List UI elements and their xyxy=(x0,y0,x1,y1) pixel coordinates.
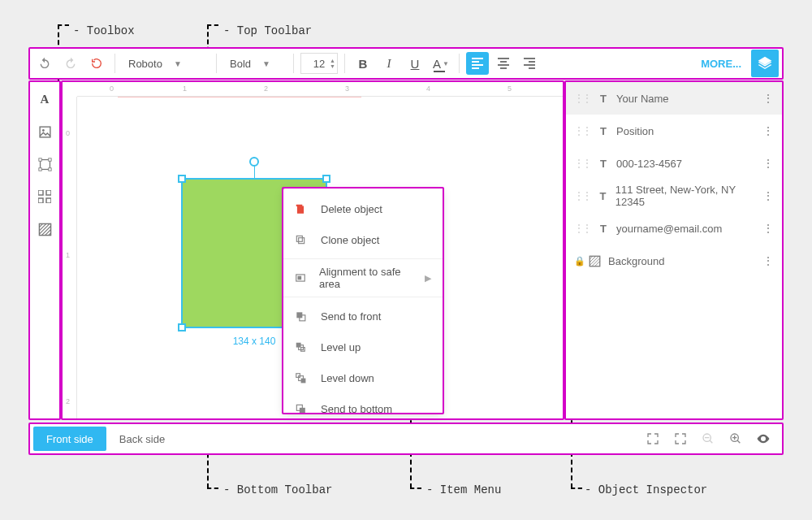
zoom-out-button[interactable] xyxy=(701,431,715,446)
drag-handle-icon[interactable]: ⋮⋮ xyxy=(574,223,590,234)
italic-button[interactable]: I xyxy=(378,52,400,75)
svg-rect-13 xyxy=(296,236,302,241)
text-color-button[interactable]: A▼ xyxy=(430,52,452,75)
type-text-icon: T xyxy=(597,158,610,170)
svg-rect-10 xyxy=(46,198,51,203)
annotation-top-toolbar: Top Toolbar xyxy=(223,24,312,37)
qr-tool[interactable] xyxy=(36,188,54,206)
annotation-bottom-toolbar: Bottom Toolbar xyxy=(223,483,332,496)
delete-icon xyxy=(295,203,309,214)
tab-front-side[interactable]: Front side xyxy=(33,427,106,451)
menu-delete-object[interactable]: Delete object xyxy=(283,193,443,224)
guide-line xyxy=(118,97,361,98)
menu-label: Alignment to safe area xyxy=(319,266,413,290)
svg-rect-3 xyxy=(38,158,41,160)
resize-handle-bl[interactable] xyxy=(178,323,186,332)
svg-rect-9 xyxy=(38,198,43,203)
inspector-item-label: 111 Street, New-York, NY 12345 xyxy=(615,184,756,208)
type-text-icon: T xyxy=(597,223,610,235)
inspector-row[interactable]: 🔒 Background ⋮ xyxy=(566,245,782,277)
font-size-input[interactable]: 12▲▼ xyxy=(300,53,338,74)
inspector-item-label: 000-123-4567 xyxy=(616,158,682,170)
font-weight-dropdown[interactable]: Bold▼ xyxy=(223,52,287,75)
item-more-button[interactable]: ⋮ xyxy=(762,254,774,267)
lock-icon: 🔒 xyxy=(574,256,582,266)
menu-clone-object[interactable]: Clone object xyxy=(283,224,443,255)
svg-rect-7 xyxy=(38,190,43,195)
svg-rect-6 xyxy=(48,167,50,170)
type-text-icon: T xyxy=(597,93,610,105)
background-tool[interactable] xyxy=(36,220,54,238)
inspector-row[interactable]: ⋮⋮ T yourname@email.com ⋮ xyxy=(566,212,782,245)
type-image-icon xyxy=(589,255,602,267)
menu-label: Send to front xyxy=(321,310,381,323)
zoom-in-button[interactable] xyxy=(728,431,743,446)
svg-rect-5 xyxy=(38,167,41,170)
inspector-row[interactable]: ⋮⋮ T Your Name ⋮ xyxy=(566,82,782,115)
undo-button[interactable] xyxy=(33,52,56,75)
menu-send-to-front[interactable]: Send to front xyxy=(283,301,443,332)
annotation-object-inspector: Object Inspector xyxy=(585,483,707,496)
drag-handle-icon[interactable]: ⋮⋮ xyxy=(574,125,590,136)
front-icon xyxy=(295,310,309,322)
item-more-button[interactable]: ⋮ xyxy=(762,222,774,235)
bottom-icon xyxy=(295,403,309,414)
annotation-item-menu: Item Menu xyxy=(426,483,501,496)
inspector-row[interactable]: ⋮⋮ T Position ⋮ xyxy=(566,115,782,147)
annotation-toolbox: Toolbox xyxy=(73,24,135,37)
svg-rect-25 xyxy=(300,408,305,414)
item-more-button[interactable]: ⋮ xyxy=(762,92,774,105)
svg-rect-23 xyxy=(301,379,306,384)
resize-handle-tr[interactable] xyxy=(322,175,330,183)
align-center-button[interactable] xyxy=(492,52,515,75)
svg-rect-15 xyxy=(298,276,302,280)
inspector-row[interactable]: ⋮⋮ T 000-123-4567 ⋮ xyxy=(566,147,782,180)
item-more-button[interactable]: ⋮ xyxy=(762,124,774,137)
align-right-button[interactable] xyxy=(518,52,541,75)
align-left-button[interactable] xyxy=(466,52,489,75)
type-text-icon: T xyxy=(597,125,610,137)
svg-rect-12 xyxy=(299,238,304,244)
image-tool[interactable] xyxy=(36,123,54,141)
preview-button[interactable] xyxy=(756,431,771,446)
redo-button[interactable] xyxy=(59,52,82,75)
inspector-row[interactable]: ⋮⋮ T 111 Street, New-York, NY 12345 ⋮ xyxy=(566,180,782,212)
rotation-handle[interactable] xyxy=(249,157,259,167)
drag-handle-icon[interactable]: ⋮⋮ xyxy=(574,190,590,202)
menu-label: Level up xyxy=(321,341,361,353)
font-family-value: Roboto xyxy=(128,58,162,70)
drag-handle-icon[interactable]: ⋮⋮ xyxy=(574,158,590,169)
layers-toggle-button[interactable] xyxy=(751,50,779,77)
editor-frame: Roboto▼ Bold▼ 12▲▼ B I U A▼ MORE... A 0 … xyxy=(28,47,784,462)
bold-button[interactable]: B xyxy=(352,52,374,75)
drag-handle-icon[interactable]: ⋮⋮ xyxy=(574,93,590,104)
revert-button[interactable] xyxy=(85,52,108,75)
bottom-toolbar: Front side Back side xyxy=(30,424,782,453)
svg-rect-8 xyxy=(46,190,51,195)
tab-back-side[interactable]: Back side xyxy=(106,427,178,451)
font-family-dropdown[interactable]: Roboto▼ xyxy=(122,52,209,75)
menu-level-up[interactable]: Level up xyxy=(283,332,443,362)
chevron-right-icon: ▶ xyxy=(425,273,431,284)
clone-icon xyxy=(295,234,309,245)
underline-button[interactable]: U xyxy=(404,52,426,75)
item-more-button[interactable]: ⋮ xyxy=(762,157,774,170)
fit-screen-button[interactable] xyxy=(646,431,660,446)
level-down-icon xyxy=(295,372,309,384)
item-more-button[interactable]: ⋮ xyxy=(762,189,774,202)
menu-send-to-bottom[interactable]: Send to bottom xyxy=(283,393,443,424)
fullscreen-button[interactable] xyxy=(673,431,688,446)
menu-label: Send to bottom xyxy=(321,403,392,415)
inspector-item-label: Background xyxy=(608,255,664,267)
font-weight-value: Bold xyxy=(230,58,251,70)
ruler-vertical: 0 1 2 xyxy=(63,97,77,418)
menu-alignment[interactable]: Alignment to safe area ▶ xyxy=(283,262,443,293)
text-tool[interactable]: A xyxy=(36,90,54,108)
more-button[interactable]: MORE... xyxy=(694,58,748,70)
menu-level-down[interactable]: Level down xyxy=(283,362,443,393)
font-size-value: 12 xyxy=(313,58,325,70)
resize-handle-tl[interactable] xyxy=(178,175,186,183)
svg-point-1 xyxy=(41,128,44,131)
alignment-icon xyxy=(295,272,308,284)
shape-tool[interactable] xyxy=(36,155,54,173)
